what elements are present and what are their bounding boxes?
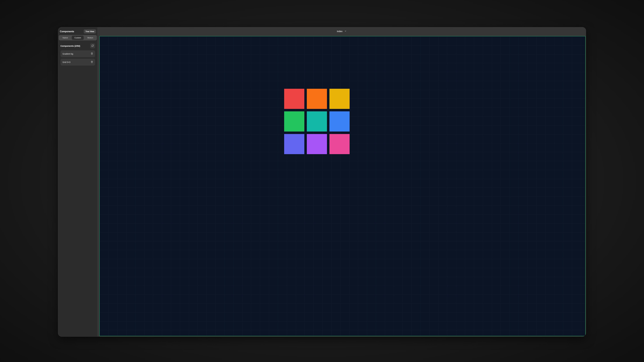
sidebar-title: Components [60, 30, 74, 33]
components-section: Components (2/50) Gradient bg [58, 42, 98, 65]
canvas[interactable] [99, 36, 586, 336]
tab-custom[interactable]: Custom [72, 36, 84, 40]
grid-cell[interactable] [330, 111, 350, 131]
grid-cell[interactable] [330, 134, 350, 154]
trash-icon[interactable] [91, 61, 93, 63]
refresh-button[interactable] [90, 43, 95, 48]
grid-cell[interactable] [307, 134, 327, 154]
list-item[interactable]: Gradient bg [60, 50, 95, 57]
list-item-label: Grid 3×3 [62, 61, 70, 63]
grid-cell[interactable] [307, 111, 327, 131]
sidebar-header: Components Tree View [58, 27, 98, 35]
refresh-icon [92, 44, 94, 47]
canvas-wrap [98, 35, 586, 337]
tab-motion[interactable]: Motion [84, 36, 96, 40]
section-header: Components (2/50) [60, 43, 95, 48]
grid-cell[interactable] [307, 89, 327, 109]
sidebar: Components Tree View Native Custom Motio… [58, 27, 98, 337]
app-body: Components Tree View Native Custom Motio… [58, 27, 586, 337]
grid-3x3[interactable] [284, 89, 350, 154]
grid-cell[interactable] [284, 134, 304, 154]
tree-view-button[interactable]: Tree View [84, 29, 96, 33]
grid-cell[interactable] [284, 111, 304, 131]
chevron-down-icon[interactable] [344, 30, 346, 33]
page-name-label[interactable]: index [337, 30, 342, 33]
grid-cell[interactable] [284, 89, 304, 109]
grid-cell[interactable] [330, 89, 350, 109]
titlebar: index [98, 27, 586, 35]
component-list: Gradient bg Grid 3×3 [60, 50, 95, 65]
tab-native[interactable]: Native [59, 36, 71, 40]
section-title: Components (2/50) [60, 45, 80, 47]
trash-icon[interactable] [91, 52, 93, 55]
tab-strip: Native Custom Motion [59, 35, 97, 40]
app-window: index Components Tree View Native Custom… [58, 27, 586, 337]
list-item-label: Gradient bg [62, 53, 73, 55]
list-item[interactable]: Grid 3×3 [60, 59, 95, 65]
